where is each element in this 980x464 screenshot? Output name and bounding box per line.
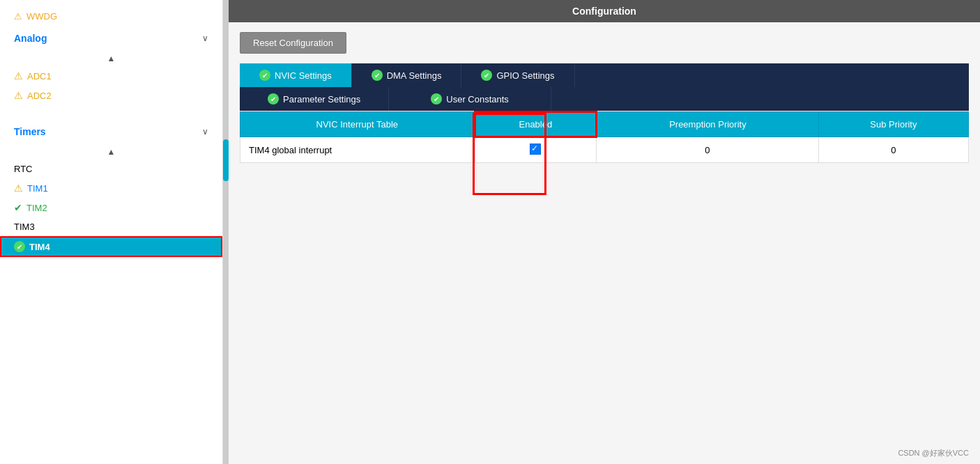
sub-priority-cell[interactable]: 0	[818, 137, 968, 163]
sidebar-item-tim4[interactable]: ✔ TIM4	[0, 236, 222, 257]
wwdg-icon: ⚠	[14, 11, 22, 22]
sidebar-item-tim2[interactable]: ✔ TIM2	[0, 198, 222, 217]
watermark: CSDN @好家伙VCC	[898, 448, 969, 458]
config-body: Reset Configuration ✔ NVIC Settings ✔ DM…	[229, 22, 980, 173]
tab-user-constants[interactable]: ✔ User Constants	[389, 87, 551, 111]
sidebar-section-analog[interactable]: Analog ∨	[0, 26, 222, 51]
tab-nvic-settings[interactable]: ✔ NVIC Settings	[240, 63, 352, 87]
tim1-warning-icon: ⚠	[14, 183, 23, 194]
tab-gpio-settings[interactable]: ✔ GPIO Settings	[461, 63, 574, 87]
adc2-label: ADC2	[27, 91, 52, 101]
nvic-tab-check-icon: ✔	[259, 70, 270, 81]
tim4-check-icon: ✔	[14, 241, 25, 252]
interrupt-name-cell: TIM4 global interrupt	[240, 137, 475, 163]
timers-chevron-icon: ∨	[202, 127, 208, 137]
col-header-preemption-priority: Preemption Priority	[597, 112, 819, 137]
tab-parameter-settings[interactable]: ✔ Parameter Settings	[240, 87, 389, 111]
user-tab-label: User Constants	[446, 94, 509, 105]
table-row: TIM4 global interrupt 0 0	[240, 137, 969, 163]
enabled-checkbox[interactable]	[530, 144, 541, 155]
adc2-warning-icon: ⚠	[14, 90, 23, 101]
tim2-label: TIM2	[26, 203, 47, 213]
sidebar-item-tim1[interactable]: ⚠ TIM1	[0, 178, 222, 198]
gpio-tab-label: GPIO Settings	[496, 70, 554, 81]
sidebar-item-adc2[interactable]: ⚠ ADC2	[0, 86, 222, 105]
col-header-nvic-interrupt: NVIC Interrupt Table	[240, 112, 475, 137]
tim2-check-icon: ✔	[14, 202, 22, 213]
scrollbar-thumb[interactable]	[223, 139, 229, 181]
sidebar-item-rtc[interactable]: RTC	[0, 160, 222, 178]
sidebar-scrollbar[interactable]	[223, 0, 229, 464]
param-tab-check-icon: ✔	[268, 93, 279, 105]
adc1-label: ADC1	[27, 71, 52, 82]
analog-chevron-icon: ∨	[202, 33, 208, 43]
dma-tab-check-icon: ✔	[372, 70, 383, 81]
adc1-warning-icon: ⚠	[14, 70, 23, 82]
timers-section-title: Timers	[14, 126, 46, 137]
nvic-tab-label: NVIC Settings	[275, 70, 332, 81]
tim4-label: TIM4	[29, 242, 50, 252]
param-tab-label: Parameter Settings	[283, 94, 360, 105]
reset-configuration-button[interactable]: Reset Configuration	[240, 32, 346, 54]
wwdg-label: WWDG	[26, 11, 57, 22]
col-header-sub-priority: Sub Priority	[818, 112, 968, 137]
sidebar-item-tim3[interactable]: TIM3	[0, 217, 222, 236]
col-header-enabled: Enabled	[475, 112, 596, 137]
rtc-label: RTC	[14, 164, 32, 174]
enabled-cell[interactable]	[475, 137, 596, 163]
sidebar-item-wwdg[interactable]: ⚠ WWDG	[0, 7, 222, 26]
tim1-label: TIM1	[27, 183, 48, 194]
sidebar-item-adc1[interactable]: ⚠ ADC1	[0, 66, 222, 86]
tabs-row-1: ✔ NVIC Settings ✔ DMA Settings ✔ GPIO Se…	[240, 63, 969, 87]
tim3-label: TIM3	[14, 222, 35, 232]
user-tab-check-icon: ✔	[431, 93, 442, 105]
analog-section-title: Analog	[14, 33, 47, 44]
tabs-row-2: ✔ Parameter Settings ✔ User Constants	[240, 87, 969, 111]
dma-tab-label: DMA Settings	[387, 70, 442, 81]
sidebar-section-timers[interactable]: Timers ∨	[0, 119, 222, 144]
timers-up-arrow: ▲	[0, 144, 222, 160]
analog-up-arrow: ▲	[0, 51, 222, 66]
preemption-priority-cell[interactable]: 0	[597, 137, 819, 163]
tab-dma-settings[interactable]: ✔ DMA Settings	[352, 63, 462, 87]
config-header: Configuration	[229, 0, 980, 22]
main-content: Configuration Reset Configuration ✔ NVIC…	[229, 0, 980, 464]
config-title: Configuration	[572, 6, 636, 17]
sidebar: ⚠ WWDG Analog ∨ ▲ ⚠ ADC1 ⚠ ADC2 Timers ∨…	[0, 0, 223, 464]
gpio-tab-check-icon: ✔	[481, 70, 492, 81]
nvic-interrupt-table: NVIC Interrupt Table Enabled Preemption …	[240, 111, 969, 163]
